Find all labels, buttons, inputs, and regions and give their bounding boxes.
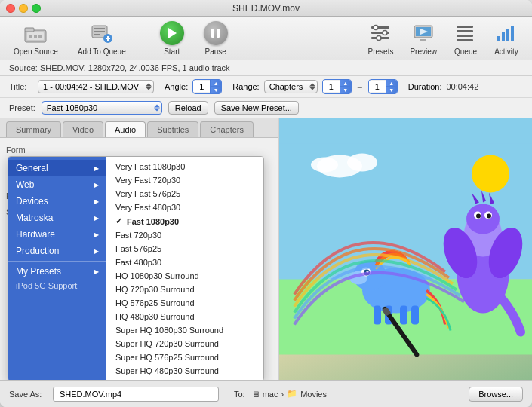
svg-rect-22 [420, 39, 426, 41]
range-start-increment[interactable]: ▲ [340, 80, 351, 87]
tab-audio[interactable]: Audio [105, 121, 146, 137]
duration-label: Duration: [408, 82, 442, 91]
range-start-value: 1 [323, 81, 340, 92]
menu-option-vf480p30[interactable]: Very Fast 480p30 [106, 200, 263, 214]
queue-button[interactable]: Queue [447, 18, 484, 59]
menu-category-general-label: General [16, 163, 48, 173]
preview-button[interactable]: Preview [404, 18, 443, 59]
menu-category-production[interactable]: Production ▶ [8, 243, 106, 259]
left-panel: Summary Video Audio Subtitles Chapters F… [0, 118, 279, 380]
menu-option-hq576p25s[interactable]: HQ 576p25 Surround [106, 296, 263, 310]
format-row: Form [6, 144, 272, 158]
save-as-input[interactable] [53, 387, 219, 402]
preset-row: Preset: Fast 1080p30 Reload Save New Pre… [0, 98, 532, 118]
svg-point-16 [374, 25, 378, 29]
svg-point-40 [466, 204, 500, 234]
range-end-stepper[interactable]: 1 ▲ ▼ [368, 79, 398, 94]
menu-option-hq480p30s[interactable]: HQ 480p30 Surround [106, 310, 263, 323]
menu-options: Very Fast 1080p30 Very Fast 720p30 Very … [106, 157, 263, 380]
range-type-select[interactable]: Chapters [264, 80, 318, 93]
menu-category-my-presets[interactable]: My Presets ▶ [8, 263, 106, 280]
svg-rect-24 [457, 26, 473, 28]
range-end-decrement[interactable]: ▼ [386, 87, 397, 93]
browse-button[interactable]: Browse... [469, 387, 523, 402]
activity-label: Activity [494, 47, 518, 56]
angle-decrement-button[interactable]: ▼ [211, 87, 221, 93]
open-source-icon [23, 21, 48, 45]
menu-option-hq576p25s-label: HQ 576p25 Surround [115, 298, 195, 308]
menu-sub-ipod-label: iPod 5G Support [16, 281, 77, 290]
menu-option-shq1080p30s-label: Super HQ 1080p30 Surround [115, 326, 223, 335]
angle-increment-button[interactable]: ▲ [211, 80, 221, 87]
menu-category-general-arrow: ▶ [94, 165, 99, 172]
preset-select[interactable]: Fast 1080p30 [42, 101, 162, 115]
window-title: SHED.MOV.mov [232, 3, 300, 14]
svg-rect-3 [29, 35, 32, 38]
title-row: Title: 1 - 00:04:42 - SHED.MOV Angle: 1 … [0, 76, 532, 98]
open-source-label: Open Source [14, 47, 58, 56]
title-select[interactable]: 1 - 00:04:42 - SHED.MOV [38, 80, 154, 93]
folder-icon: 📁 [287, 389, 297, 399]
menu-category-my-presets-arrow: ▶ [94, 268, 99, 275]
pause-button[interactable]: Pause [198, 18, 234, 59]
menu-category-general[interactable]: General ▶ [8, 160, 106, 176]
angle-value: 1 [193, 81, 210, 92]
presets-button[interactable]: Presets [362, 18, 400, 59]
minimize-button[interactable] [19, 4, 28, 13]
activity-button[interactable]: Activity [488, 18, 524, 59]
menu-category-matroska[interactable]: Matroska ▶ [8, 210, 106, 226]
video-preview [279, 118, 532, 380]
path-folder: Movies [300, 390, 327, 399]
menu-option-hq720p30s[interactable]: HQ 720p30 Surround [106, 283, 263, 296]
menu-category-devices-label: Devices [16, 196, 48, 207]
menu-option-shq1080p30s[interactable]: Super HQ 1080p30 Surround [106, 323, 263, 337]
maximize-button[interactable] [32, 4, 41, 13]
menu-option-f480p30[interactable]: Fast 480p30 [106, 256, 263, 269]
main-window: SHED.MOV.mov Open Source [0, 0, 532, 407]
menu-option-hq1080p30s[interactable]: HQ 1080p30 Surround [106, 269, 263, 283]
menu-category-devices[interactable]: Devices ▶ [8, 193, 106, 210]
menu-category-web[interactable]: Web ▶ [8, 176, 106, 193]
open-source-button[interactable]: Open Source [8, 18, 64, 59]
menu-category-matroska-label: Matroska [16, 213, 53, 223]
menu-option-vf720p30[interactable]: Very Fast 720p30 [106, 173, 263, 187]
svg-rect-9 [94, 34, 100, 35]
start-button[interactable]: Start [154, 18, 190, 59]
menu-option-shq576p25s[interactable]: Super HQ 576p25 Surround [106, 350, 263, 364]
reload-button[interactable]: Reload [168, 101, 208, 115]
queue-label: Queue [454, 47, 477, 56]
menu-option-f720p30[interactable]: Fast 720p30 [106, 228, 263, 242]
range-start-stepper[interactable]: 1 ▲ ▼ [322, 79, 352, 94]
duration-value: 00:04:42 [446, 82, 478, 91]
menu-option-shq720p30s[interactable]: Super HQ 720p30 Surround [106, 337, 263, 350]
menu-option-vf720p30-label: Very Fast 720p30 [115, 176, 180, 185]
menu-option-vf480p30-label: Very Fast 480p30 [115, 203, 180, 212]
menu-option-vf576p25[interactable]: Very Fast 576p25 [106, 187, 263, 200]
svg-rect-30 [506, 29, 509, 41]
svg-rect-8 [94, 31, 105, 32]
svg-rect-12 [107, 36, 109, 41]
start-icon [160, 21, 184, 45]
menu-option-vf1080p30[interactable]: Very Fast 1080p30 [106, 160, 263, 173]
tab-subtitles[interactable]: Subtitles [147, 121, 198, 137]
close-button[interactable] [6, 4, 15, 13]
svg-point-36 [347, 154, 377, 172]
add-to-queue-button[interactable]: Add To Queue [72, 18, 132, 59]
svg-rect-31 [511, 26, 514, 41]
menu-option-f576p25[interactable]: Fast 576p25 [106, 242, 263, 256]
menu-option-f1080p30[interactable]: Fast 1080p30 [106, 214, 263, 228]
tab-video[interactable]: Video [63, 121, 103, 137]
svg-point-43 [476, 214, 481, 219]
add-to-queue-icon [90, 21, 114, 45]
tab-summary[interactable]: Summary [6, 121, 61, 137]
tab-chapters[interactable]: Chapters [200, 121, 254, 137]
menu-category-hardware[interactable]: Hardware ▶ [8, 226, 106, 243]
menu-option-shq576p25s-label: Super HQ 576p25 Surround [115, 353, 219, 362]
save-new-preset-button[interactable]: Save New Preset... [214, 101, 299, 115]
menu-sub-ipod[interactable]: iPod 5G Support [8, 280, 106, 292]
toolbar-separator-1 [143, 23, 143, 54]
range-end-increment[interactable]: ▲ [386, 80, 397, 87]
range-start-decrement[interactable]: ▼ [340, 87, 351, 93]
menu-option-shq480p30s[interactable]: Super HQ 480p30 Surround [106, 364, 263, 378]
angle-stepper[interactable]: 1 ▲ ▼ [192, 79, 222, 94]
